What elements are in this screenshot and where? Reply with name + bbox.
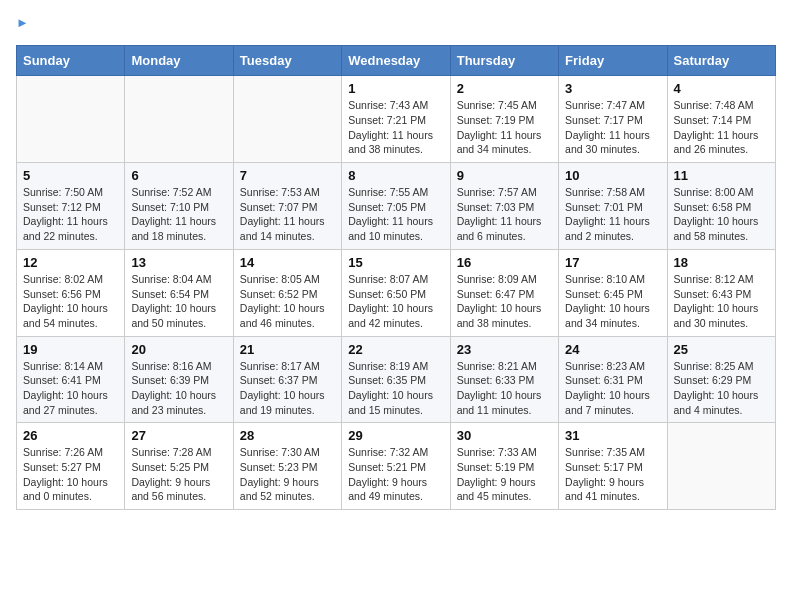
day-number: 19	[23, 342, 118, 357]
day-number: 24	[565, 342, 660, 357]
day-number: 1	[348, 81, 443, 96]
calendar-cell	[667, 423, 775, 510]
day-number: 20	[131, 342, 226, 357]
day-number: 30	[457, 428, 552, 443]
calendar-cell: 2Sunrise: 7:45 AM Sunset: 7:19 PM Daylig…	[450, 76, 558, 163]
day-info: Sunrise: 7:58 AM Sunset: 7:01 PM Dayligh…	[565, 185, 660, 244]
day-info: Sunrise: 8:09 AM Sunset: 6:47 PM Dayligh…	[457, 272, 552, 331]
calendar-cell: 13Sunrise: 8:04 AM Sunset: 6:54 PM Dayli…	[125, 249, 233, 336]
day-info: Sunrise: 7:47 AM Sunset: 7:17 PM Dayligh…	[565, 98, 660, 157]
day-of-week-tuesday: Tuesday	[233, 46, 341, 76]
calendar-cell: 3Sunrise: 7:47 AM Sunset: 7:17 PM Daylig…	[559, 76, 667, 163]
day-number: 10	[565, 168, 660, 183]
logo-bird-icon: ►	[16, 15, 29, 30]
calendar-cell: 30Sunrise: 7:33 AM Sunset: 5:19 PM Dayli…	[450, 423, 558, 510]
day-info: Sunrise: 8:25 AM Sunset: 6:29 PM Dayligh…	[674, 359, 769, 418]
calendar-cell	[125, 76, 233, 163]
logo: ►	[16, 16, 29, 35]
day-of-week-wednesday: Wednesday	[342, 46, 450, 76]
calendar-table: SundayMondayTuesdayWednesdayThursdayFrid…	[16, 45, 776, 510]
day-number: 6	[131, 168, 226, 183]
day-info: Sunrise: 8:19 AM Sunset: 6:35 PM Dayligh…	[348, 359, 443, 418]
calendar-week-row: 19Sunrise: 8:14 AM Sunset: 6:41 PM Dayli…	[17, 336, 776, 423]
day-of-week-monday: Monday	[125, 46, 233, 76]
day-number: 16	[457, 255, 552, 270]
calendar-cell: 16Sunrise: 8:09 AM Sunset: 6:47 PM Dayli…	[450, 249, 558, 336]
calendar-cell: 8Sunrise: 7:55 AM Sunset: 7:05 PM Daylig…	[342, 163, 450, 250]
day-number: 25	[674, 342, 769, 357]
day-info: Sunrise: 8:21 AM Sunset: 6:33 PM Dayligh…	[457, 359, 552, 418]
calendar-cell	[17, 76, 125, 163]
calendar-cell: 20Sunrise: 8:16 AM Sunset: 6:39 PM Dayli…	[125, 336, 233, 423]
calendar-cell: 5Sunrise: 7:50 AM Sunset: 7:12 PM Daylig…	[17, 163, 125, 250]
calendar-cell: 28Sunrise: 7:30 AM Sunset: 5:23 PM Dayli…	[233, 423, 341, 510]
day-info: Sunrise: 7:48 AM Sunset: 7:14 PM Dayligh…	[674, 98, 769, 157]
calendar-cell: 22Sunrise: 8:19 AM Sunset: 6:35 PM Dayli…	[342, 336, 450, 423]
day-info: Sunrise: 7:32 AM Sunset: 5:21 PM Dayligh…	[348, 445, 443, 504]
calendar-cell	[233, 76, 341, 163]
day-info: Sunrise: 8:05 AM Sunset: 6:52 PM Dayligh…	[240, 272, 335, 331]
calendar-cell: 25Sunrise: 8:25 AM Sunset: 6:29 PM Dayli…	[667, 336, 775, 423]
day-number: 21	[240, 342, 335, 357]
day-info: Sunrise: 7:43 AM Sunset: 7:21 PM Dayligh…	[348, 98, 443, 157]
day-number: 13	[131, 255, 226, 270]
day-info: Sunrise: 7:33 AM Sunset: 5:19 PM Dayligh…	[457, 445, 552, 504]
day-number: 5	[23, 168, 118, 183]
day-info: Sunrise: 7:52 AM Sunset: 7:10 PM Dayligh…	[131, 185, 226, 244]
day-number: 31	[565, 428, 660, 443]
day-of-week-friday: Friday	[559, 46, 667, 76]
page-header: ►	[16, 16, 776, 35]
day-number: 29	[348, 428, 443, 443]
day-number: 7	[240, 168, 335, 183]
day-number: 12	[23, 255, 118, 270]
day-info: Sunrise: 8:16 AM Sunset: 6:39 PM Dayligh…	[131, 359, 226, 418]
calendar-cell: 15Sunrise: 8:07 AM Sunset: 6:50 PM Dayli…	[342, 249, 450, 336]
calendar-cell: 14Sunrise: 8:05 AM Sunset: 6:52 PM Dayli…	[233, 249, 341, 336]
day-number: 9	[457, 168, 552, 183]
day-number: 8	[348, 168, 443, 183]
calendar-week-row: 12Sunrise: 8:02 AM Sunset: 6:56 PM Dayli…	[17, 249, 776, 336]
calendar-cell: 12Sunrise: 8:02 AM Sunset: 6:56 PM Dayli…	[17, 249, 125, 336]
day-number: 14	[240, 255, 335, 270]
day-number: 27	[131, 428, 226, 443]
calendar-cell: 11Sunrise: 8:00 AM Sunset: 6:58 PM Dayli…	[667, 163, 775, 250]
calendar-cell: 6Sunrise: 7:52 AM Sunset: 7:10 PM Daylig…	[125, 163, 233, 250]
calendar-week-row: 5Sunrise: 7:50 AM Sunset: 7:12 PM Daylig…	[17, 163, 776, 250]
day-info: Sunrise: 8:04 AM Sunset: 6:54 PM Dayligh…	[131, 272, 226, 331]
calendar-cell: 26Sunrise: 7:26 AM Sunset: 5:27 PM Dayli…	[17, 423, 125, 510]
day-number: 17	[565, 255, 660, 270]
day-info: Sunrise: 7:45 AM Sunset: 7:19 PM Dayligh…	[457, 98, 552, 157]
day-number: 4	[674, 81, 769, 96]
calendar-cell: 23Sunrise: 8:21 AM Sunset: 6:33 PM Dayli…	[450, 336, 558, 423]
day-info: Sunrise: 7:30 AM Sunset: 5:23 PM Dayligh…	[240, 445, 335, 504]
day-number: 11	[674, 168, 769, 183]
day-of-week-sunday: Sunday	[17, 46, 125, 76]
day-info: Sunrise: 8:12 AM Sunset: 6:43 PM Dayligh…	[674, 272, 769, 331]
calendar-cell: 27Sunrise: 7:28 AM Sunset: 5:25 PM Dayli…	[125, 423, 233, 510]
day-number: 26	[23, 428, 118, 443]
calendar-header-row: SundayMondayTuesdayWednesdayThursdayFrid…	[17, 46, 776, 76]
calendar-cell: 31Sunrise: 7:35 AM Sunset: 5:17 PM Dayli…	[559, 423, 667, 510]
calendar-cell: 21Sunrise: 8:17 AM Sunset: 6:37 PM Dayli…	[233, 336, 341, 423]
day-of-week-thursday: Thursday	[450, 46, 558, 76]
day-info: Sunrise: 7:57 AM Sunset: 7:03 PM Dayligh…	[457, 185, 552, 244]
day-info: Sunrise: 8:02 AM Sunset: 6:56 PM Dayligh…	[23, 272, 118, 331]
day-number: 22	[348, 342, 443, 357]
calendar-cell: 10Sunrise: 7:58 AM Sunset: 7:01 PM Dayli…	[559, 163, 667, 250]
day-info: Sunrise: 7:55 AM Sunset: 7:05 PM Dayligh…	[348, 185, 443, 244]
day-info: Sunrise: 8:14 AM Sunset: 6:41 PM Dayligh…	[23, 359, 118, 418]
day-info: Sunrise: 7:53 AM Sunset: 7:07 PM Dayligh…	[240, 185, 335, 244]
day-number: 2	[457, 81, 552, 96]
calendar-cell: 29Sunrise: 7:32 AM Sunset: 5:21 PM Dayli…	[342, 423, 450, 510]
calendar-cell: 17Sunrise: 8:10 AM Sunset: 6:45 PM Dayli…	[559, 249, 667, 336]
day-info: Sunrise: 8:10 AM Sunset: 6:45 PM Dayligh…	[565, 272, 660, 331]
day-info: Sunrise: 7:26 AM Sunset: 5:27 PM Dayligh…	[23, 445, 118, 504]
day-number: 3	[565, 81, 660, 96]
calendar-week-row: 1Sunrise: 7:43 AM Sunset: 7:21 PM Daylig…	[17, 76, 776, 163]
calendar-cell: 1Sunrise: 7:43 AM Sunset: 7:21 PM Daylig…	[342, 76, 450, 163]
day-info: Sunrise: 8:17 AM Sunset: 6:37 PM Dayligh…	[240, 359, 335, 418]
day-of-week-saturday: Saturday	[667, 46, 775, 76]
day-info: Sunrise: 7:35 AM Sunset: 5:17 PM Dayligh…	[565, 445, 660, 504]
day-number: 23	[457, 342, 552, 357]
calendar-cell: 19Sunrise: 8:14 AM Sunset: 6:41 PM Dayli…	[17, 336, 125, 423]
